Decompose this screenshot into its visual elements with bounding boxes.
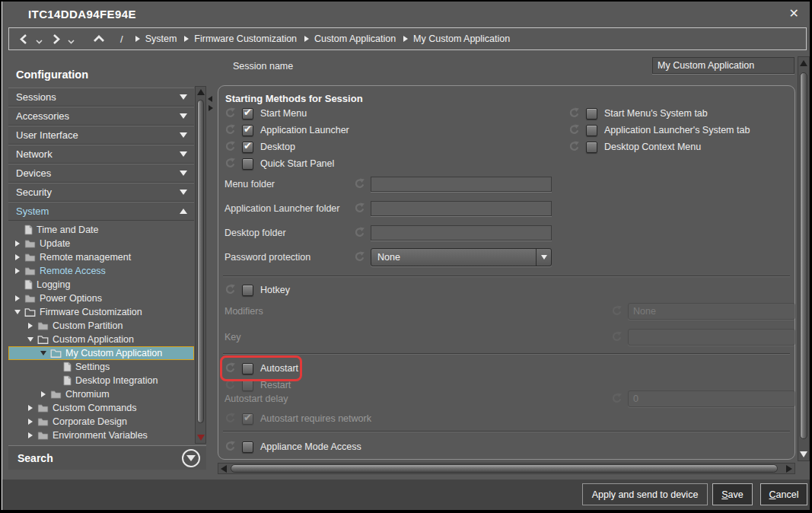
up-button[interactable] bbox=[93, 34, 105, 43]
close-icon[interactable]: ✕ bbox=[789, 6, 799, 21]
main-vscroll-thumb[interactable] bbox=[800, 72, 807, 439]
tree-item-firmware-customization[interactable]: Firmware Customization bbox=[8, 305, 194, 319]
reset-icon[interactable] bbox=[354, 227, 366, 239]
breadcrumb-item[interactable]: Custom Application bbox=[304, 33, 396, 44]
panel-splitter[interactable] bbox=[207, 94, 215, 114]
session-name-input[interactable] bbox=[652, 57, 794, 74]
tree-expander-closed-icon[interactable] bbox=[26, 419, 35, 425]
sidebar-item-devices[interactable]: Devices bbox=[8, 164, 194, 183]
tree-expander-open-icon[interactable] bbox=[26, 337, 35, 342]
tree-item-desktop-integration[interactable]: Desktop Integration bbox=[8, 374, 194, 387]
reset-icon[interactable] bbox=[224, 441, 237, 453]
tree-item-custom-commands[interactable]: Custom Commands bbox=[8, 401, 194, 415]
scroll-right-icon[interactable] bbox=[786, 465, 792, 473]
search-expand-button[interactable] bbox=[182, 449, 200, 467]
breadcrumb-item[interactable]: Firmware Customization bbox=[184, 33, 297, 44]
reset-icon[interactable] bbox=[354, 178, 366, 190]
forward-button[interactable] bbox=[50, 33, 62, 45]
forward-history-dropdown-icon[interactable] bbox=[68, 33, 75, 47]
cancel-button[interactable]: Cancel bbox=[760, 483, 807, 505]
scroll-up-icon[interactable] bbox=[197, 89, 205, 95]
main-horizontal-scrollbar[interactable] bbox=[218, 463, 795, 474]
tree-item-label: Corporate Design bbox=[53, 416, 127, 427]
dropdown-arrow-icon[interactable] bbox=[536, 249, 551, 266]
tree-item-update[interactable]: Update bbox=[8, 237, 194, 250]
scroll-up-icon[interactable] bbox=[800, 60, 807, 66]
menu-folder-input[interactable] bbox=[371, 177, 552, 192]
tree-expander-closed-icon[interactable] bbox=[26, 323, 35, 329]
folder-open-icon bbox=[24, 307, 36, 317]
reset-icon[interactable] bbox=[568, 124, 581, 136]
reset-icon[interactable] bbox=[224, 158, 237, 170]
application-launcher-checkbox[interactable] bbox=[242, 125, 253, 136]
scroll-down-icon[interactable] bbox=[800, 451, 807, 457]
main-hscroll-thumb[interactable] bbox=[231, 464, 778, 473]
reset-icon[interactable] bbox=[224, 141, 237, 153]
tree-expander-closed-icon[interactable] bbox=[26, 405, 35, 411]
reset-icon[interactable] bbox=[224, 124, 237, 136]
tree-item-corporate-design[interactable]: Corporate Design bbox=[8, 415, 194, 429]
back-button[interactable] bbox=[18, 33, 30, 45]
tree-item-custom-partition[interactable]: Custom Partition bbox=[8, 319, 194, 333]
sidebar-item-accessories[interactable]: Accessories bbox=[8, 107, 194, 126]
application-launcher-s-system-tab-checkbox[interactable] bbox=[586, 125, 597, 136]
tree-expander-open-icon[interactable] bbox=[13, 310, 22, 314]
autostart-requires-network-row: Autostart requires network bbox=[224, 412, 371, 425]
apply-and-send-button[interactable]: Apply and send to device bbox=[582, 483, 708, 505]
appliance-mode-access-checkbox[interactable] bbox=[242, 441, 253, 453]
tree-item-power-options[interactable]: Power Options bbox=[8, 292, 194, 305]
reset-icon[interactable] bbox=[568, 107, 581, 119]
tree-item-custom-application[interactable]: Custom Application bbox=[8, 333, 194, 346]
tree-item-settings[interactable]: Settings bbox=[8, 360, 194, 374]
reset-icon[interactable] bbox=[568, 141, 581, 153]
sidebar-item-network[interactable]: Network bbox=[8, 145, 194, 164]
sidebar-item-security[interactable]: Security bbox=[8, 183, 194, 202]
breadcrumb-item[interactable]: My Custom Application bbox=[403, 33, 510, 44]
scroll-down-icon[interactable] bbox=[197, 435, 205, 441]
sidebar-item-user-interface[interactable]: User Interface bbox=[8, 126, 194, 145]
desktop-context-menu-checkbox[interactable] bbox=[586, 142, 597, 153]
tree-expander-closed-icon[interactable] bbox=[13, 254, 22, 260]
start-menu-checkbox[interactable] bbox=[242, 108, 253, 119]
back-history-dropdown-icon[interactable] bbox=[36, 33, 43, 47]
hotkey-checkbox[interactable] bbox=[242, 285, 253, 296]
reset-icon[interactable] bbox=[224, 284, 237, 296]
sidebar-scrollbar[interactable] bbox=[195, 86, 206, 444]
collapse-left-icon[interactable] bbox=[208, 96, 212, 102]
tree-expander-closed-icon[interactable] bbox=[13, 241, 22, 247]
scroll-left-icon[interactable] bbox=[221, 465, 227, 473]
appliance-mode-access-label: Appliance Mode Access bbox=[260, 441, 361, 452]
quick-start-panel-checkbox[interactable] bbox=[242, 158, 253, 170]
folder-icon bbox=[37, 321, 49, 330]
tree-item-remote-access[interactable]: Remote Access bbox=[8, 264, 194, 278]
tree-expander-closed-icon[interactable] bbox=[26, 432, 35, 438]
reset-icon[interactable] bbox=[354, 251, 366, 263]
save-button[interactable]: Save bbox=[712, 483, 753, 505]
tree-item-logging[interactable]: Logging bbox=[8, 278, 194, 292]
tree-expander-open-icon[interactable] bbox=[39, 351, 48, 355]
reset-icon[interactable] bbox=[224, 107, 237, 119]
tree-expander-closed-icon[interactable] bbox=[13, 268, 22, 274]
tree-item-my-custom-application[interactable]: My Custom Application bbox=[8, 346, 194, 360]
desktop-folder-input[interactable] bbox=[371, 225, 552, 241]
tree-expander-closed-icon[interactable] bbox=[13, 295, 22, 301]
tree-item-remote-management[interactable]: Remote management bbox=[8, 250, 194, 264]
sidebar-scrollbar-thumb[interactable] bbox=[197, 100, 204, 423]
key-input bbox=[628, 329, 795, 346]
start-menu-s-system-tab-checkbox[interactable] bbox=[586, 108, 597, 119]
tree-item-environment-variables[interactable]: Environment Variables bbox=[8, 429, 194, 442]
breadcrumb-item[interactable]: System bbox=[135, 33, 177, 44]
key-row: Key bbox=[224, 329, 795, 346]
main-vertical-scrollbar[interactable] bbox=[798, 56, 810, 461]
application-launcher-folder-input[interactable] bbox=[371, 201, 552, 216]
tree-expander-closed-icon[interactable] bbox=[39, 391, 48, 397]
tree-item-chromium[interactable]: Chromium bbox=[8, 387, 194, 401]
reset-icon bbox=[568, 124, 580, 135]
sidebar-item-system[interactable]: System bbox=[8, 202, 194, 221]
expand-right-icon[interactable] bbox=[209, 105, 213, 111]
desktop-checkbox[interactable] bbox=[242, 142, 253, 153]
sidebar-item-sessions[interactable]: Sessions bbox=[8, 88, 194, 107]
tree-item-time-and-date[interactable]: Time and Date bbox=[8, 223, 194, 237]
password-protection-dropdown[interactable]: None bbox=[371, 248, 552, 266]
reset-icon[interactable] bbox=[354, 202, 366, 215]
